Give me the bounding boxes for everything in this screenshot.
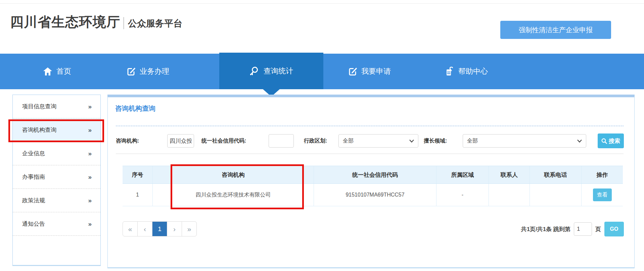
nav-item-label: 业务办理 (140, 66, 169, 76)
page-suffix-label: 页 (595, 225, 601, 233)
help-center-icon (445, 67, 454, 76)
credit-code-input[interactable] (269, 134, 294, 148)
sidebar-item-enterprise-info[interactable]: 企业信息 » (13, 142, 100, 165)
field-label: 擅长领域: (424, 134, 447, 148)
pagination: « ‹ 1 › » (123, 221, 197, 236)
sidebar-item-label: 办事指南 (22, 173, 45, 181)
sidebar-item-policies[interactable]: 政策法规 » (13, 189, 100, 212)
double-chevron-right-icon: » (88, 103, 92, 110)
sidebar-item-label: 项目信息查询 (22, 103, 56, 110)
page-title: 咨询机构查询 (115, 104, 155, 113)
double-chevron-right-icon: » (88, 220, 92, 228)
table-row: 1 四川众投生态环境技术有限公司 91510107MA69THCC57 - 查看 (123, 184, 623, 206)
sidebar-menu: 项目信息查询 » 咨询机构查询 » 企业信息 » 办事指南 » 政策法规 » 通… (12, 95, 101, 266)
cleaner-production-apply-button[interactable]: 强制性清洁生产企业申报 (500, 21, 611, 39)
consulting-org-table: 序号 咨询机构 统一社会信用代码 所属区域 联系人 联系电话 操作 1 四川众投… (123, 166, 623, 206)
table-header-row: 序号 咨询机构 统一社会信用代码 所属区域 联系人 联系电话 操作 (123, 166, 623, 184)
nav-item-label: 首页 (56, 66, 71, 76)
main-navbar: 首页 业务办理 查询统计 我要申请 帮助中心 (0, 54, 644, 89)
chevron-down-icon (409, 140, 414, 143)
pagination-info: 共1页/共1条 跳到第 页 GO (521, 222, 624, 236)
pagination-last-button[interactable]: » (182, 221, 197, 236)
brand-divider (124, 17, 124, 29)
nav-item-label: 帮助中心 (458, 66, 488, 76)
top-divider (0, 3, 644, 4)
org-input[interactable] (167, 134, 194, 148)
pagination-summary: 共1页/共1条 跳到第 (521, 225, 570, 233)
double-chevron-right-icon: » (88, 173, 92, 181)
sidebar-item-consulting-org-query[interactable]: 咨询机构查询 » (13, 118, 100, 142)
form-table-divider (116, 154, 624, 154)
field-select-value: 全部 (467, 138, 478, 145)
nav-item-help[interactable]: 帮助中心 (445, 54, 488, 89)
double-chevron-right-icon: » (88, 197, 92, 204)
pagination-first-button[interactable]: « (123, 221, 138, 236)
nav-item-label: 查询统计 (264, 66, 293, 76)
search-button-label: 搜索 (609, 137, 620, 145)
col-header-phone: 联系电话 (530, 166, 582, 183)
cell-phone (530, 184, 582, 206)
site-title: 四川省生态环境厅 (10, 13, 120, 31)
sidebar-item-label: 政策法规 (22, 197, 45, 204)
col-header-credit-code: 统一社会信用代码 (314, 166, 436, 183)
home-icon (43, 67, 52, 76)
credit-code-label: 统一社会信用代码: (201, 134, 246, 148)
pagination-next-button[interactable]: › (167, 221, 182, 236)
cell-region: - (436, 184, 489, 206)
double-chevron-right-icon: » (88, 150, 92, 157)
cell-org-name: 四川众投生态环境技术有限公司 (153, 184, 314, 206)
sidebar-item-label: 企业信息 (22, 150, 45, 157)
dashed-divider (116, 126, 624, 126)
consulting-org-query-panel: 咨询机构查询 咨询机构: 统一社会信用代码: 行政区划: 全部 擅长领域: 全部… (107, 95, 635, 268)
region-select[interactable]: 全部 (338, 134, 418, 148)
cell-contact (489, 184, 530, 206)
cell-index: 1 (123, 184, 153, 206)
sidebar-item-notices[interactable]: 通知公告 » (13, 212, 100, 236)
nav-item-query-stats[interactable]: 查询统计 (219, 53, 323, 89)
apply-edit-icon (349, 67, 357, 76)
cell-credit-code: 91510107MA69THCC57 (314, 184, 436, 206)
page: 四川省生态环境厅 公众服务平台 强制性清洁生产企业申报 首页 业务办理 查询统计 (0, 0, 644, 271)
go-button[interactable]: GO (604, 222, 624, 236)
nav-item-apply[interactable]: 我要申请 (349, 54, 391, 89)
col-header-action: 操作 (582, 166, 623, 183)
sidebar-item-label: 通知公告 (22, 220, 45, 228)
page-jump-input[interactable] (574, 222, 592, 236)
col-header-index: 序号 (123, 166, 153, 183)
region-select-value: 全部 (343, 138, 354, 145)
nav-item-label: 我要申请 (361, 66, 391, 76)
nav-item-business[interactable]: 业务办理 (127, 54, 169, 89)
sidebar-item-service-guide[interactable]: 办事指南 » (13, 165, 100, 189)
org-label: 咨询机构: (116, 134, 139, 148)
sidebar-item-label: 咨询机构查询 (22, 126, 56, 134)
site-subtitle: 公众服务平台 (128, 17, 182, 30)
col-header-contact: 联系人 (489, 166, 530, 183)
business-edit-icon (127, 67, 136, 76)
col-header-org: 咨询机构 (153, 166, 314, 183)
field-select[interactable]: 全部 (463, 134, 586, 148)
search-icon (601, 138, 607, 144)
sidebar-item-project-info-query[interactable]: 项目信息查询 » (13, 95, 100, 118)
view-button[interactable]: 查看 (593, 188, 612, 201)
pagination-prev-button[interactable]: ‹ (137, 221, 152, 236)
chevron-down-icon (577, 140, 582, 143)
col-header-region: 所属区域 (436, 166, 489, 183)
cell-action: 查看 (582, 184, 623, 206)
search-button[interactable]: 搜索 (598, 133, 624, 148)
region-label: 行政区划: (304, 134, 327, 148)
pagination-page-1-button[interactable]: 1 (152, 221, 167, 236)
double-chevron-right-icon: » (88, 126, 92, 134)
site-brand: 四川省生态环境厅 公众服务平台 (10, 13, 182, 31)
search-stats-icon (249, 66, 260, 76)
nav-item-home[interactable]: 首页 (43, 54, 71, 89)
